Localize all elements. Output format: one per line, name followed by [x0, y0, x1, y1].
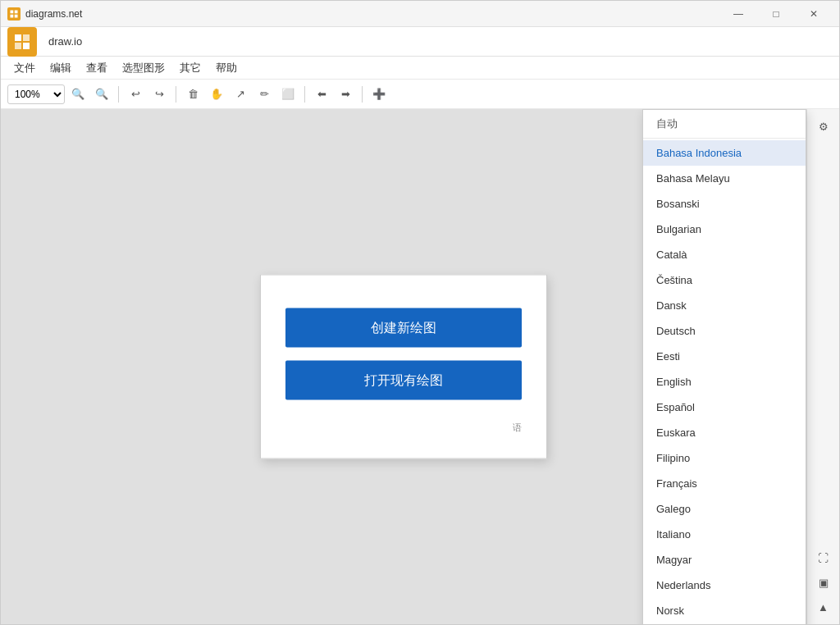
lang-item-auto[interactable]: 自动 [643, 110, 806, 139]
redo-button[interactable]: ↪ [148, 84, 170, 105]
menu-view[interactable]: 查看 [80, 59, 114, 77]
welcome-dialog: 创建新绘图 打开现有绘图 语 [260, 275, 547, 459]
dialog-hint: 语 [285, 422, 522, 434]
lang-item-galego[interactable]: Galego [643, 496, 806, 522]
lang-item-deutsch[interactable]: Deutsch [643, 318, 806, 344]
fullscreen-button[interactable]: ⛶ [813, 547, 834, 568]
lang-item-bulgarian[interactable]: Bulgarian [643, 217, 806, 242]
delete-button[interactable]: 🗑 [182, 84, 203, 105]
open-diagram-button[interactable]: 打开现有绘图 [285, 361, 522, 400]
create-diagram-button[interactable]: 创建新绘图 [285, 308, 522, 348]
lang-item-polski[interactable]: Polski [643, 623, 806, 624]
lang-item-euskara[interactable]: Euskara [643, 420, 806, 445]
lang-item-dansk[interactable]: Dansk [643, 293, 806, 318]
lang-item-filipino[interactable]: Filipino [643, 445, 806, 471]
collapse-button[interactable]: ▲ [813, 596, 834, 618]
toolbar: 100% 🔍 🔍 ↩ ↪ 🗑 ✋ ↗ ✏ ⬜ ⬅ ➡ ➕ [1, 80, 839, 109]
shape-button[interactable]: ⬜ [277, 84, 299, 105]
zoom-in-button[interactable]: 🔍 [67, 84, 89, 105]
app-logo [7, 27, 37, 57]
align-right-button[interactable]: ➡ [335, 84, 356, 105]
toolbar-divider-4 [362, 86, 363, 103]
maximize-button[interactable]: □ [757, 1, 795, 27]
svg-rect-5 [23, 34, 30, 41]
connect-button[interactable]: ↗ [230, 84, 251, 105]
minimize-button[interactable]: — [719, 1, 757, 27]
toolbar-history: ↩ ↪ [125, 84, 170, 105]
svg-rect-4 [15, 34, 21, 41]
lang-item-norsk[interactable]: Norsk [643, 598, 806, 623]
draw-button[interactable]: ✏ [253, 84, 275, 105]
toolbar-divider-1 [118, 86, 119, 103]
window-controls: — □ ✕ [719, 1, 833, 27]
undo-button[interactable]: ↩ [125, 84, 146, 105]
lang-item-italiano[interactable]: Italiano [643, 522, 806, 547]
menu-file[interactable]: 文件 [7, 59, 42, 77]
window-title: diagrams.net [25, 8, 719, 20]
panel-button[interactable]: ▣ [813, 572, 834, 593]
lang-item-espanol[interactable]: Español [643, 395, 806, 420]
menu-bar: 文件 编辑 查看 选型图形 其它 帮助 [1, 57, 839, 80]
lang-item-nederlands[interactable]: Nederlands [643, 573, 806, 598]
lang-item-bosanski[interactable]: Bosanski [643, 191, 806, 217]
lang-item-english[interactable]: English [643, 369, 806, 395]
lang-item-francais[interactable]: Français [643, 471, 806, 496]
toolbar-left: 100% 🔍 🔍 [7, 84, 112, 105]
lang-item-cestina[interactable]: Čeština [643, 267, 806, 293]
menu-extra[interactable]: 其它 [173, 59, 208, 77]
svg-rect-7 [23, 43, 30, 49]
lang-item-magyar[interactable]: Magyar [643, 547, 806, 573]
svg-rect-6 [15, 43, 21, 49]
app-subtitle: draw.io [48, 35, 82, 48]
close-button[interactable]: ✕ [795, 1, 833, 27]
title-bar: diagrams.net — □ ✕ [1, 1, 839, 27]
language-dropdown[interactable]: 自动Bahasa IndonesiaBahasa MelayuBosanskiB… [642, 109, 806, 624]
svg-rect-3 [15, 14, 18, 17]
menu-help[interactable]: 帮助 [209, 59, 244, 77]
app-icon [7, 7, 21, 21]
move-button[interactable]: ✋ [206, 84, 227, 105]
settings-button[interactable]: ⚙ [813, 116, 834, 137]
zoom-select[interactable]: 100% [7, 84, 65, 104]
toolbar-divider-3 [304, 86, 305, 103]
header-row: draw.io [1, 27, 839, 57]
lang-item-eesti[interactable]: Eesti [643, 344, 806, 369]
toolbar-divider-2 [176, 86, 176, 103]
toolbar-align: ⬅ ➡ [311, 84, 356, 105]
app-window: diagrams.net — □ ✕ draw.io 文件 编辑 查看 选型图形… [0, 0, 840, 625]
menu-edit[interactable]: 编辑 [43, 59, 78, 77]
right-sidebar: ⚙ ⛶ ▣ ▲ [806, 109, 839, 624]
zoom-out-button[interactable]: 🔍 [91, 84, 112, 105]
toolbar-tools: 🗑 ✋ ↗ ✏ ⬜ [182, 84, 299, 105]
align-left-button[interactable]: ⬅ [311, 84, 332, 105]
lang-item-bahasa-melayu[interactable]: Bahasa Melayu [643, 166, 806, 191]
svg-rect-2 [11, 14, 14, 17]
add-button[interactable]: ➕ [368, 84, 390, 105]
svg-rect-1 [15, 10, 18, 13]
svg-rect-0 [11, 10, 14, 13]
lang-item-catala[interactable]: Català [643, 242, 806, 267]
lang-item-bahasa-indonesia[interactable]: Bahasa Indonesia [643, 140, 806, 166]
main-area: 创建新绘图 打开现有绘图 语 自动Bahasa IndonesiaBahasa … [1, 109, 839, 624]
menu-shapes[interactable]: 选型图形 [116, 59, 171, 77]
